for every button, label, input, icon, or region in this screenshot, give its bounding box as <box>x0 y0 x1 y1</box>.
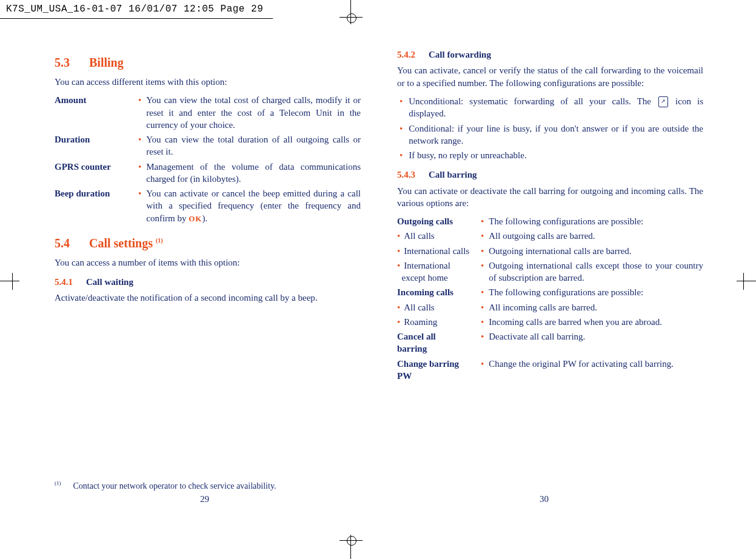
bullet-icon: • <box>400 122 403 147</box>
text-cancel-barring: Deactivate all call barring. <box>489 330 703 355</box>
text-5-4-1: Activate/deactivate the notification of … <box>55 292 361 304</box>
row-outgoing: Outgoing calls •The following configurat… <box>397 215 703 227</box>
heading-5-3: 5.3Billing <box>55 55 361 71</box>
label-all-incoming: •All calls <box>397 301 481 313</box>
footnote-text: Contact your network operator to check s… <box>73 481 276 490</box>
fwd-busy-text: If busy, no reply or unreachable. <box>409 149 703 161</box>
label-international-except: •International except home <box>397 259 481 284</box>
row-roaming: •Roaming •Incoming calls are barred when… <box>397 316 703 328</box>
heading-5-4-num: 5.4 <box>55 236 70 250</box>
section-5-4-3-intro: You can activate or deactivate the call … <box>397 185 703 210</box>
bullet-icon: • <box>138 187 141 224</box>
text-all-outgoing: All outgoing calls are barred. <box>489 230 703 242</box>
bullet-icon: • <box>481 330 484 355</box>
page-number-left: 29 <box>200 494 209 504</box>
bullet-icon: • <box>481 316 484 328</box>
bullet-icon: • <box>397 246 400 256</box>
label-international: •International calls <box>397 245 481 257</box>
bullet-icon: • <box>138 94 141 131</box>
heading-5-4-footnote-ref: (1) <box>156 237 163 244</box>
bullet-icon: • <box>481 259 484 284</box>
fwd-conditional-text: Conditional: if your line is busy, if yo… <box>409 122 703 147</box>
heading-5-4: 5.4Call settings (1) <box>55 235 361 252</box>
row-duration: Duration •You can view the total duratio… <box>55 133 361 158</box>
heading-5-4-1-title: Call waiting <box>86 277 133 287</box>
page-30: 5.4.2Call forwarding You can activate, c… <box>397 49 703 384</box>
row-all-incoming: •All calls •All incoming calls are barre… <box>397 301 703 313</box>
bullet-icon: • <box>481 286 484 298</box>
label-duration: Duration <box>55 133 138 158</box>
heading-5-4-2-title: Call forwarding <box>429 50 491 59</box>
bullet-icon: • <box>481 230 484 242</box>
row-beep: Beep duration •You can activate or cance… <box>55 187 361 224</box>
row-all-outgoing: •All calls •All outgoing calls are barre… <box>397 230 703 242</box>
crop-circle-top <box>347 13 356 23</box>
bullet-icon: • <box>397 317 400 327</box>
ok-key-icon: OK <box>189 214 202 223</box>
text-change-pw: Change the original PW for activating ca… <box>489 358 703 383</box>
forward-icon: ↗ <box>658 96 668 107</box>
bullet-icon: • <box>481 358 484 383</box>
label-outgoing: Outgoing calls <box>397 215 481 227</box>
bullet-icon: • <box>400 95 403 120</box>
text-international: Outgoing international calls are barred. <box>489 245 703 257</box>
section-5-4-2-intro: You can activate, cancel or verify the s… <box>397 64 703 89</box>
bullet-icon: • <box>397 261 400 270</box>
bullet-icon: • <box>481 245 484 257</box>
text-amount: You can view the total cost of charged c… <box>146 94 361 131</box>
heading-5-3-num: 5.3 <box>55 56 70 69</box>
crop-circle-bottom <box>347 536 356 546</box>
text-roaming: Incoming calls are barred when you are a… <box>489 316 703 328</box>
label-change-pw: Change barringPW <box>397 358 481 383</box>
heading-5-4-1-num: 5.4.1 <box>55 277 73 287</box>
text-incoming: The following configurations are possibl… <box>489 286 703 298</box>
heading-5-4-2-num: 5.4.2 <box>397 50 415 59</box>
label-all-outgoing: •All calls <box>397 230 481 242</box>
footnote-ref: (1) <box>55 480 61 486</box>
label-incoming: Incoming calls <box>397 286 481 298</box>
heading-5-4-2: 5.4.2Call forwarding <box>397 49 703 61</box>
heading-5-3-title: Billing <box>89 56 124 69</box>
label-amount: Amount <box>55 94 138 131</box>
bullet-icon: • <box>397 231 400 241</box>
label-cancel-barring: Cancel allbarring <box>397 330 481 355</box>
fwd-conditional: • Conditional: if your line is busy, if … <box>397 122 703 147</box>
text-duration: You can view the total duration of all o… <box>146 133 361 158</box>
bullet-icon: • <box>138 161 141 186</box>
row-cancel-barring: Cancel allbarring •Deactivate all call b… <box>397 330 703 355</box>
text-all-incoming: All incoming calls are barred. <box>489 301 703 313</box>
crop-mark-left <box>0 273 24 291</box>
row-international-except: •International except home •Outgoing int… <box>397 259 703 284</box>
text-gprs: Management of the volume of data communi… <box>146 161 361 186</box>
section-5-4-intro: You can access a number of items with th… <box>55 256 361 269</box>
text-outgoing: The following configurations are possibl… <box>489 215 703 227</box>
bullet-icon: • <box>481 301 484 313</box>
heading-5-4-3-title: Call barring <box>429 170 477 179</box>
text-beep: You can activate or cancel the beep emit… <box>146 187 361 224</box>
row-change-pw: Change barringPW •Change the original PW… <box>397 358 703 383</box>
heading-5-4-1: 5.4.1Call waiting <box>55 276 361 288</box>
heading-5-4-title: Call settings <box>89 236 156 250</box>
section-5-3-intro: You can access different items with this… <box>55 76 361 88</box>
page-number-right: 30 <box>540 494 549 504</box>
row-gprs: GPRS counter •Management of the volume o… <box>55 161 361 186</box>
crop-mark-right <box>732 273 756 291</box>
bullet-icon: • <box>400 149 403 161</box>
fwd-unconditional: • Unconditional: systematic forwarding o… <box>397 95 703 120</box>
row-incoming: Incoming calls •The following configurat… <box>397 286 703 298</box>
row-amount: Amount •You can view the total cost of c… <box>55 94 361 131</box>
bullet-icon: • <box>397 303 400 312</box>
page-29: 5.3Billing You can access different item… <box>55 49 361 304</box>
label-roaming: •Roaming <box>397 316 481 328</box>
fwd-busy: • If busy, no reply or unreachable. <box>397 149 703 161</box>
label-gprs: GPRS counter <box>55 161 138 186</box>
fwd-unconditional-text: Unconditional: systematic forwarding of … <box>409 95 703 120</box>
heading-5-4-3-num: 5.4.3 <box>397 170 415 179</box>
text-international-except: Outgoing international calls except thos… <box>489 259 703 284</box>
bullet-icon: • <box>481 215 484 227</box>
footnote: (1)Contact your network operator to chec… <box>55 480 276 491</box>
row-international: •International calls •Outgoing internati… <box>397 245 703 257</box>
bullet-icon: • <box>138 133 141 158</box>
print-header: K7S_UM_USA_16-01-07 16/01/07 12:05 Page … <box>0 0 273 19</box>
label-beep: Beep duration <box>55 187 138 224</box>
